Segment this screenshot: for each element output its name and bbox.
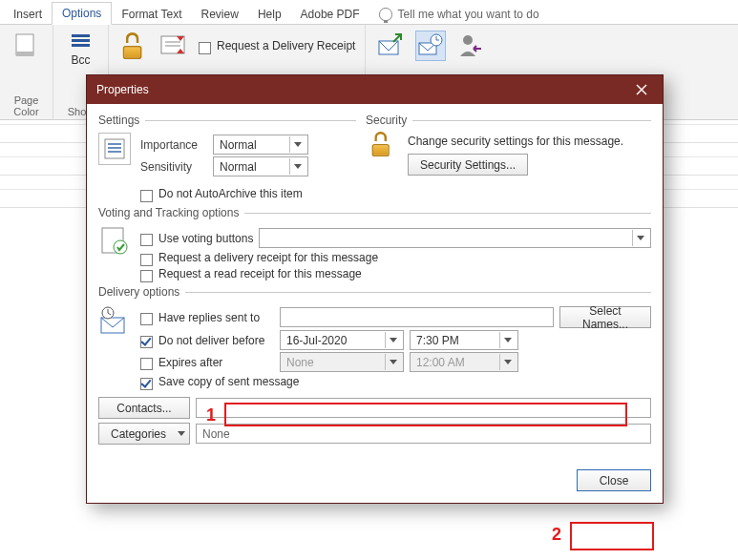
save-sent-item-button[interactable]: [375, 31, 406, 61]
checkbox-icon: [140, 190, 153, 202]
autoarchive-label: Do not AutoArchive this item: [158, 187, 303, 200]
svg-rect-4: [72, 44, 90, 47]
save-copy-checkbox[interactable]: Save copy of sent message: [140, 375, 651, 388]
settings-icon: [98, 133, 131, 165]
importance-label: Importance: [140, 138, 207, 152]
sensitivity-select[interactable]: Normal: [213, 156, 308, 176]
deliver-time-value: 7:30 PM: [416, 334, 459, 347]
bcc-icon: [71, 31, 90, 49]
checkbox-checked-icon: [140, 378, 153, 390]
tab-insert[interactable]: Insert: [4, 4, 52, 25]
annotation-number-2: 2: [552, 525, 561, 545]
do-not-deliver-label: Do not deliver before: [158, 334, 264, 347]
dialog-close-button[interactable]: [621, 75, 663, 104]
chevron-down-icon: [294, 164, 302, 169]
categories-input[interactable]: None: [196, 424, 651, 444]
security-desc: Change security settings for this messag…: [408, 135, 651, 148]
bcc-button[interactable]: [71, 31, 90, 50]
direct-replies-button[interactable]: [455, 31, 486, 61]
page-color-label: Page Color: [13, 94, 38, 117]
delivery-legend: Delivery options: [98, 285, 179, 299]
categories-value: None: [202, 427, 230, 441]
tab-format-text[interactable]: Format Text: [112, 4, 191, 25]
save-copy-label: Save copy of sent message: [158, 375, 299, 388]
request-delivery-label: Request a delivery receipt for this mess…: [158, 251, 378, 264]
checkbox-icon: [140, 254, 153, 266]
checkbox-icon: [140, 270, 153, 282]
permission-button[interactable]: [118, 31, 149, 61]
do-not-deliver-checkbox[interactable]: Do not deliver before: [140, 334, 274, 347]
annotation-box-2: [570, 522, 654, 550]
checkbox-icon: [140, 313, 153, 325]
dialog-title: Properties: [96, 83, 149, 96]
expires-date-select[interactable]: None: [280, 352, 404, 372]
deliver-date-select[interactable]: 16-Jul-2020: [280, 330, 404, 350]
request-read-checkbox[interactable]: Request a read receipt for this message: [140, 267, 651, 280]
have-replies-checkbox[interactable]: Have replies sent to: [140, 311, 274, 324]
chevron-down-icon: [504, 360, 512, 364]
sensitivity-label: Sensitivity: [140, 160, 207, 174]
request-read-label: Request a read receipt for this message: [158, 267, 362, 280]
page-color-button[interactable]: [11, 31, 42, 61]
importance-value: Normal: [220, 138, 257, 152]
chevron-down-icon: [178, 431, 185, 436]
tab-help[interactable]: Help: [248, 4, 291, 25]
use-voting-label: Use voting buttons: [158, 232, 253, 245]
contacts-button[interactable]: Contacts...: [98, 397, 190, 419]
envelope-arrow-icon: [376, 31, 405, 60]
use-voting-checkbox[interactable]: Use voting buttons: [140, 232, 253, 245]
chevron-down-icon: [390, 360, 397, 364]
security-settings-button[interactable]: Security Settings...: [408, 154, 528, 176]
delay-delivery-button[interactable]: [415, 31, 446, 61]
request-delivery-checkbox[interactable]: Request a delivery receipt for this mess…: [140, 251, 651, 264]
properties-dialog: Properties Settings Importance Normal: [86, 74, 664, 504]
delay-delivery-icon: [416, 31, 445, 60]
categories-button[interactable]: Categories: [98, 423, 190, 445]
svg-rect-1: [16, 52, 33, 56]
have-replies-input[interactable]: [280, 307, 554, 327]
ribbon-tabs: Insert Options Format Text Review Help A…: [0, 0, 738, 25]
bcc-label: Bcc: [71, 53, 90, 67]
checkbox-icon: [140, 234, 153, 246]
deliver-time-select[interactable]: 7:30 PM: [410, 330, 518, 350]
tell-me-label: Tell me what you want to do: [398, 8, 539, 21]
request-delivery-receipt-label: Request a Delivery Receipt: [217, 39, 355, 52]
settings-legend: Settings: [98, 114, 139, 127]
voting-icon: [98, 225, 131, 258]
checkbox-icon: [199, 42, 211, 54]
expires-time-select[interactable]: 12:00 AM: [410, 352, 518, 372]
svg-rect-19: [108, 151, 121, 153]
expires-checkbox[interactable]: Expires after: [140, 356, 274, 369]
tell-me-search[interactable]: Tell me what you want to do: [369, 4, 549, 25]
close-button[interactable]: Close: [577, 469, 651, 491]
request-delivery-receipt-checkbox[interactable]: Request a Delivery Receipt: [199, 39, 355, 52]
svg-rect-17: [108, 143, 121, 145]
checkbox-checked-icon: [140, 336, 153, 348]
voting-buttons-select[interactable]: [259, 228, 651, 248]
select-names-button[interactable]: Select Names...: [559, 306, 651, 328]
contacts-input[interactable]: [196, 398, 651, 418]
person-reply-icon: [456, 31, 485, 60]
tab-review[interactable]: Review: [192, 4, 248, 25]
checkbox-icon: [140, 358, 153, 370]
lock-icon: [120, 32, 147, 59]
categories-label: Categories: [111, 427, 166, 441]
voting-legend: Voting and Tracking options: [98, 206, 239, 219]
close-icon: [636, 84, 647, 95]
tracking-icon: [159, 32, 188, 59]
svg-rect-18: [108, 147, 121, 149]
importance-select[interactable]: Normal: [213, 135, 308, 155]
svg-rect-3: [72, 39, 90, 42]
tab-adobe-pdf[interactable]: Adobe PDF: [291, 4, 369, 25]
autoarchive-checkbox[interactable]: Do not AutoArchive this item: [140, 187, 303, 200]
tab-options[interactable]: Options: [52, 2, 112, 25]
have-replies-label: Have replies sent to: [158, 311, 260, 324]
svg-rect-8: [379, 41, 398, 54]
svg-point-13: [463, 35, 473, 45]
delivery-icon: [98, 304, 131, 337]
security-legend: Security: [366, 114, 407, 127]
chevron-down-icon: [504, 338, 512, 342]
tracking-button[interactable]: [158, 31, 189, 61]
dialog-titlebar[interactable]: Properties: [87, 75, 663, 104]
chevron-down-icon: [390, 338, 397, 342]
